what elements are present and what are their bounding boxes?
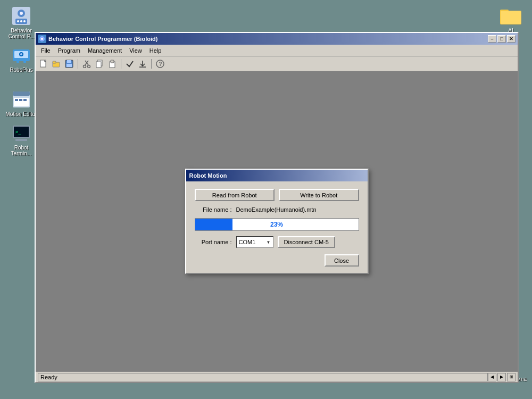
status-right: ◀ ▶ ⊞ <box>488 373 516 381</box>
robot-terminal-img: >_ <box>11 122 32 144</box>
progress-percent-label: 23% <box>195 221 359 228</box>
svg-text:?: ? <box>159 61 162 67</box>
svg-rect-9 <box>16 60 19 63</box>
desktop: Behavior Control P... RoboPlus <box>0 0 532 399</box>
robot-terminal-icon[interactable]: >_ Robot Termin... <box>5 122 37 156</box>
behavior-control-label: Behavior Control P... <box>5 28 37 39</box>
svg-rect-25 <box>501 11 521 24</box>
read-write-row: Read from Robot Write to Robot <box>195 189 359 201</box>
svg-point-36 <box>84 65 86 68</box>
close-dialog-button[interactable]: Close <box>325 254 359 267</box>
close-button[interactable]: ✕ <box>507 35 516 43</box>
main-area: Robot Motion Read from Robot Write to Ro… <box>36 71 518 371</box>
port-value: COM1 <box>239 239 256 245</box>
toolbar-paste[interactable] <box>106 58 118 70</box>
toolbar-sep3 <box>151 59 152 69</box>
menu-management[interactable]: Management <box>85 46 125 55</box>
svg-point-27 <box>41 38 43 40</box>
toolbar-sep2 <box>121 59 121 69</box>
svg-text:>_: >_ <box>15 129 21 135</box>
svg-point-37 <box>88 65 90 68</box>
motion-editor-icon[interactable]: Motion Editor <box>5 89 37 117</box>
port-dropdown-arrow: ▼ <box>267 240 271 245</box>
progress-bar-container: 23% <box>195 218 359 231</box>
roboplus-label: RoboPlus <box>10 67 32 73</box>
status-text: Ready <box>40 374 57 380</box>
menu-bar: File Program Management View Help <box>36 45 518 56</box>
svg-rect-39 <box>96 62 101 68</box>
toolbar-new[interactable] <box>38 58 49 70</box>
toolbar-sep1 <box>78 59 78 69</box>
motion-editor-img <box>11 89 32 110</box>
menu-program[interactable]: Program <box>55 46 84 55</box>
svg-rect-18 <box>23 99 27 101</box>
svg-rect-32 <box>67 60 71 63</box>
svg-rect-17 <box>19 99 22 101</box>
toolbar-cut[interactable] <box>81 58 93 70</box>
window-title: Behavior Control Programmer (Bioloid) <box>48 36 157 42</box>
menu-view[interactable]: View <box>126 46 145 55</box>
filename-row: File name : DemoExample(Humanoid).mtn <box>195 206 359 213</box>
dialog-overlay: Robot Motion Read from Robot Write to Ro… <box>36 71 518 371</box>
svg-point-5 <box>23 20 26 22</box>
disconnect-button[interactable]: Disconnect CM-5 <box>278 236 335 248</box>
toolbar-copy[interactable] <box>94 58 105 70</box>
write-to-robot-button[interactable]: Write to Robot <box>279 189 359 201</box>
status-panel: Ready <box>38 373 488 381</box>
file-label: File name : <box>195 206 232 213</box>
toolbar-download[interactable] <box>137 58 148 70</box>
file-value: DemoExample(Humanoid).mtn <box>236 206 317 213</box>
toolbar-check[interactable] <box>124 58 136 70</box>
status-btn-3[interactable]: ⊞ <box>507 373 516 381</box>
behavior-control-icon[interactable]: Behavior Control P... <box>5 5 37 39</box>
title-bar-left: Behavior Control Programmer (Bioloid) <box>38 35 157 43</box>
svg-rect-16 <box>15 99 18 101</box>
ai-folder-img <box>500 5 521 27</box>
dialog-body: Read from Robot Write to Robot File name… <box>186 181 368 273</box>
maximize-button[interactable]: □ <box>497 35 506 43</box>
toolbar: ? <box>36 56 518 71</box>
svg-rect-33 <box>66 64 72 67</box>
dialog-title-text: Robot Motion <box>189 172 227 179</box>
menu-help[interactable]: Help <box>146 46 165 55</box>
svg-rect-41 <box>111 60 114 63</box>
status-btn-2[interactable]: ▶ <box>497 373 506 381</box>
roboplus-icon[interactable]: RoboPlus <box>5 45 37 73</box>
toolbar-open[interactable] <box>51 58 62 70</box>
status-btn-1[interactable]: ◀ <box>488 373 496 381</box>
roboplus-img <box>11 45 32 66</box>
port-name-row: Port name : COM1 ▼ Disconnect CM-5 <box>195 236 359 248</box>
svg-rect-30 <box>53 61 56 63</box>
svg-rect-10 <box>23 60 26 63</box>
minimize-button[interactable]: – <box>488 35 496 43</box>
dialog-title-bar: Robot Motion <box>186 170 368 181</box>
app-icon <box>38 35 46 43</box>
read-from-robot-button[interactable]: Read from Robot <box>195 189 275 201</box>
motion-editor-label: Motion Editor <box>6 111 37 117</box>
toolbar-save[interactable] <box>63 58 75 70</box>
status-bar: Ready ◀ ▶ ⊞ <box>36 371 518 382</box>
svg-point-4 <box>20 20 22 22</box>
svg-rect-14 <box>13 92 30 96</box>
menu-file[interactable]: File <box>38 46 54 55</box>
toolbar-help[interactable]: ? <box>154 58 166 70</box>
port-label: Port name : <box>195 239 232 245</box>
app-window: Behavior Control Programmer (Bioloid) – … <box>35 32 519 383</box>
svg-point-12 <box>20 53 22 55</box>
svg-point-6 <box>20 12 23 15</box>
content-area: Motion Editor >_ Robot Terminal <box>36 71 518 371</box>
title-bar-buttons: – □ ✕ <box>488 35 516 43</box>
svg-rect-22 <box>15 139 27 141</box>
behavior-control-img <box>11 5 32 27</box>
ai-folder-icon[interactable]: AI <box>495 5 527 34</box>
robot-terminal-label: Robot Termin... <box>5 145 37 156</box>
title-bar: Behavior Control Programmer (Bioloid) – … <box>36 33 518 45</box>
robot-motion-dialog: Robot Motion Read from Robot Write to Ro… <box>185 169 369 274</box>
svg-point-3 <box>17 20 19 22</box>
close-row: Close <box>195 254 359 267</box>
port-select[interactable]: COM1 ▼ <box>236 236 273 248</box>
